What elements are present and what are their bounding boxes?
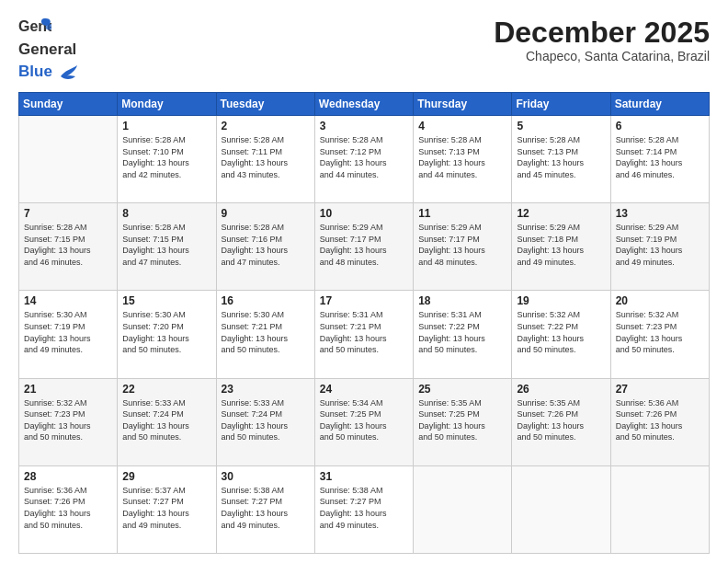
- day-number: 3: [320, 120, 408, 132]
- table-row: 4Sunrise: 5:28 AM Sunset: 7:13 PM Daylig…: [414, 116, 512, 203]
- day-info: Sunrise: 5:30 AM Sunset: 7:20 PM Dayligh…: [122, 309, 210, 355]
- table-row: 2Sunrise: 5:28 AM Sunset: 7:11 PM Daylig…: [216, 116, 314, 203]
- table-row: 18Sunrise: 5:31 AM Sunset: 7:22 PM Dayli…: [414, 291, 512, 378]
- table-row: 5Sunrise: 5:28 AM Sunset: 7:13 PM Daylig…: [512, 116, 610, 203]
- calendar-week-row: 28Sunrise: 5:36 AM Sunset: 7:26 PM Dayli…: [19, 465, 710, 553]
- table-row: 25Sunrise: 5:35 AM Sunset: 7:25 PM Dayli…: [414, 378, 512, 465]
- day-info: Sunrise: 5:33 AM Sunset: 7:24 PM Dayligh…: [222, 397, 310, 443]
- col-wednesday: Wednesday: [314, 93, 413, 116]
- day-info: Sunrise: 5:29 AM Sunset: 7:17 PM Dayligh…: [320, 222, 408, 268]
- day-info: Sunrise: 5:29 AM Sunset: 7:19 PM Dayligh…: [616, 222, 704, 268]
- day-number: 19: [517, 294, 605, 307]
- logo-blue-row: Blue: [18, 61, 79, 83]
- col-monday: Monday: [118, 93, 216, 116]
- day-info: Sunrise: 5:38 AM Sunset: 7:27 PM Dayligh…: [222, 485, 310, 531]
- day-info: Sunrise: 5:31 AM Sunset: 7:22 PM Dayligh…: [418, 309, 506, 355]
- calendar-week-row: 1Sunrise: 5:28 AM Sunset: 7:10 PM Daylig…: [19, 116, 710, 203]
- day-info: Sunrise: 5:37 AM Sunset: 7:27 PM Dayligh…: [122, 485, 210, 531]
- day-number: 11: [418, 207, 506, 220]
- table-row: 19Sunrise: 5:32 AM Sunset: 7:22 PM Dayli…: [512, 291, 610, 378]
- calendar-body: 1Sunrise: 5:28 AM Sunset: 7:10 PM Daylig…: [19, 116, 710, 554]
- day-number: 23: [222, 383, 310, 396]
- day-info: Sunrise: 5:33 AM Sunset: 7:24 PM Dayligh…: [122, 397, 210, 443]
- table-row: 23Sunrise: 5:33 AM Sunset: 7:24 PM Dayli…: [216, 378, 314, 465]
- day-number: 18: [418, 294, 506, 307]
- day-number: 24: [320, 383, 408, 396]
- day-number: 12: [517, 207, 605, 220]
- day-number: 29: [122, 470, 210, 483]
- table-row: 15Sunrise: 5:30 AM Sunset: 7:20 PM Dayli…: [118, 291, 216, 378]
- day-number: 2: [222, 120, 310, 132]
- day-number: 16: [222, 294, 310, 307]
- title-block: December 2025 Chapeco, Santa Catarina, B…: [494, 17, 710, 63]
- table-row: [414, 465, 512, 553]
- table-row: 20Sunrise: 5:32 AM Sunset: 7:23 PM Dayli…: [610, 291, 709, 378]
- logo-svg: General: [18, 39, 92, 61]
- day-info: Sunrise: 5:28 AM Sunset: 7:13 PM Dayligh…: [517, 134, 605, 180]
- day-number: 8: [122, 207, 210, 220]
- table-row: 11Sunrise: 5:29 AM Sunset: 7:17 PM Dayli…: [414, 203, 512, 291]
- page: General General Blue December 202: [0, 0, 728, 563]
- table-row: 9Sunrise: 5:28 AM Sunset: 7:16 PM Daylig…: [216, 203, 314, 291]
- table-row: [512, 465, 610, 553]
- col-friday: Friday: [512, 93, 610, 116]
- day-number: 4: [418, 120, 506, 132]
- col-saturday: Saturday: [610, 93, 709, 116]
- day-info: Sunrise: 5:35 AM Sunset: 7:25 PM Dayligh…: [418, 397, 506, 443]
- day-info: Sunrise: 5:36 AM Sunset: 7:26 PM Dayligh…: [24, 485, 112, 531]
- day-info: Sunrise: 5:28 AM Sunset: 7:14 PM Dayligh…: [616, 134, 704, 180]
- day-number: 27: [616, 383, 704, 396]
- table-row: 16Sunrise: 5:30 AM Sunset: 7:21 PM Dayli…: [216, 291, 314, 378]
- day-number: 9: [222, 207, 310, 220]
- table-row: 28Sunrise: 5:36 AM Sunset: 7:26 PM Dayli…: [19, 465, 118, 553]
- table-row: 30Sunrise: 5:38 AM Sunset: 7:27 PM Dayli…: [216, 465, 314, 553]
- svg-text:Blue: Blue: [18, 63, 52, 80]
- table-row: [19, 116, 118, 203]
- col-sunday: Sunday: [19, 93, 118, 116]
- day-info: Sunrise: 5:35 AM Sunset: 7:26 PM Dayligh…: [517, 397, 605, 443]
- calendar-header-row: Sunday Monday Tuesday Wednesday Thursday…: [19, 93, 710, 116]
- day-number: 31: [320, 470, 408, 483]
- month-year: December 2025: [494, 17, 710, 49]
- calendar-week-row: 14Sunrise: 5:30 AM Sunset: 7:19 PM Dayli…: [19, 291, 710, 378]
- calendar-table: Sunday Monday Tuesday Wednesday Thursday…: [18, 92, 710, 554]
- day-number: 7: [24, 207, 112, 220]
- table-row: 6Sunrise: 5:28 AM Sunset: 7:14 PM Daylig…: [610, 116, 709, 203]
- day-number: 14: [24, 294, 112, 307]
- day-info: Sunrise: 5:28 AM Sunset: 7:15 PM Dayligh…: [24, 222, 112, 268]
- svg-text:General: General: [18, 40, 76, 58]
- table-row: 29Sunrise: 5:37 AM Sunset: 7:27 PM Dayli…: [118, 465, 216, 553]
- day-info: Sunrise: 5:31 AM Sunset: 7:21 PM Dayligh…: [320, 309, 408, 355]
- col-tuesday: Tuesday: [216, 93, 314, 116]
- table-row: 22Sunrise: 5:33 AM Sunset: 7:24 PM Dayli…: [118, 378, 216, 465]
- day-info: Sunrise: 5:32 AM Sunset: 7:23 PM Dayligh…: [616, 309, 704, 355]
- day-number: 22: [122, 383, 210, 396]
- table-row: 31Sunrise: 5:38 AM Sunset: 7:27 PM Dayli…: [314, 465, 413, 553]
- table-row: 12Sunrise: 5:29 AM Sunset: 7:18 PM Dayli…: [512, 203, 610, 291]
- table-row: 14Sunrise: 5:30 AM Sunset: 7:19 PM Dayli…: [19, 291, 118, 378]
- table-row: 8Sunrise: 5:28 AM Sunset: 7:15 PM Daylig…: [118, 203, 216, 291]
- day-info: Sunrise: 5:28 AM Sunset: 7:16 PM Dayligh…: [222, 222, 310, 268]
- table-row: 13Sunrise: 5:29 AM Sunset: 7:19 PM Dayli…: [610, 203, 709, 291]
- day-number: 30: [222, 470, 310, 483]
- day-number: 13: [616, 207, 704, 220]
- day-info: Sunrise: 5:34 AM Sunset: 7:25 PM Dayligh…: [320, 397, 408, 443]
- table-row: 24Sunrise: 5:34 AM Sunset: 7:25 PM Dayli…: [314, 378, 413, 465]
- day-number: 5: [517, 120, 605, 132]
- calendar-week-row: 21Sunrise: 5:32 AM Sunset: 7:23 PM Dayli…: [19, 378, 710, 465]
- day-info: Sunrise: 5:32 AM Sunset: 7:22 PM Dayligh…: [517, 309, 605, 355]
- col-thursday: Thursday: [414, 93, 512, 116]
- day-info: Sunrise: 5:30 AM Sunset: 7:21 PM Dayligh…: [222, 309, 310, 355]
- bird-icon: [59, 63, 79, 80]
- day-number: 10: [320, 207, 408, 220]
- logo: General General Blue: [18, 17, 92, 83]
- day-info: Sunrise: 5:30 AM Sunset: 7:19 PM Dayligh…: [24, 309, 112, 355]
- day-info: Sunrise: 5:29 AM Sunset: 7:18 PM Dayligh…: [517, 222, 605, 268]
- day-number: 1: [122, 120, 210, 132]
- table-row: 10Sunrise: 5:29 AM Sunset: 7:17 PM Dayli…: [314, 203, 413, 291]
- day-info: Sunrise: 5:36 AM Sunset: 7:26 PM Dayligh…: [616, 397, 704, 443]
- day-info: Sunrise: 5:28 AM Sunset: 7:11 PM Dayligh…: [222, 134, 310, 180]
- table-row: 26Sunrise: 5:35 AM Sunset: 7:26 PM Dayli…: [512, 378, 610, 465]
- day-number: 25: [418, 383, 506, 396]
- day-info: Sunrise: 5:28 AM Sunset: 7:12 PM Dayligh…: [320, 134, 408, 180]
